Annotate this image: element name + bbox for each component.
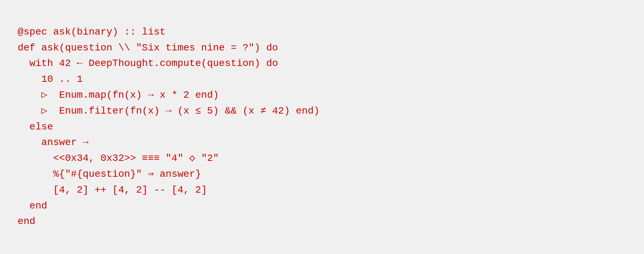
code-text: ▷ Enum.map(fn(x) → x * 2 end) — [41, 90, 219, 101]
code-line-1: @spec ask(binary) :: list — [18, 24, 626, 40]
code-line-8: answer → — [18, 135, 626, 151]
code-line-5: ▷ Enum.map(fn(x) → x * 2 end) — [18, 87, 626, 103]
code-text: <<0x34, 0x32>> ≡≡≡ "4" ◇ "2" — [53, 153, 219, 164]
code-container: @spec ask(binary) :: list def ask(questi… — [0, 0, 644, 254]
code-text: [4, 2] ++ [4, 2] -- [4, 2] — [53, 185, 207, 195]
code-line-3: with 42 ← DeepThought.compute(question) … — [18, 56, 626, 72]
code-text: %{"#{question}" ⇒ answer} — [53, 169, 201, 180]
code-text: end — [30, 200, 47, 211]
code-text: @spec ask(binary) :: list — [18, 26, 166, 37]
code-line-9: <<0x34, 0x32>> ≡≡≡ "4" ◇ "2" — [18, 151, 626, 167]
code-line-4: 10 .. 1 — [18, 72, 626, 87]
code-line-2: def ask(question \\ "Six times nine = ?"… — [18, 40, 626, 56]
code-line-6: ▷ Enum.filter(fn(x) → (x ≤ 5) && (x ≠ 42… — [18, 103, 626, 119]
code-line-10: %{"#{question}" ⇒ answer} — [18, 167, 626, 182]
code-text: ▷ Enum.filter(fn(x) → (x ≤ 5) && (x ≠ 42… — [41, 105, 320, 116]
code-line-7: else — [18, 119, 626, 135]
code-block: @spec ask(binary) :: list def ask(questi… — [18, 24, 626, 230]
code-line-11: [4, 2] ++ [4, 2] -- [4, 2] — [18, 182, 626, 198]
code-text: else — [30, 121, 53, 132]
code-line-13: end — [18, 214, 626, 230]
code-text: def ask(question \\ "Six times nine = ?"… — [18, 42, 278, 53]
code-text: with 42 ← DeepThought.compute(question) … — [30, 58, 278, 69]
code-text: end — [18, 216, 35, 227]
code-line-12: end — [18, 198, 626, 214]
code-text: 10 .. 1 — [41, 74, 83, 85]
code-text: answer → — [41, 137, 88, 148]
